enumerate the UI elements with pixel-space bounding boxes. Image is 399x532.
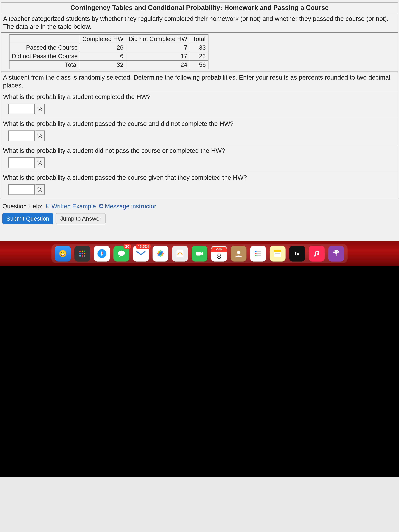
cell: 56 (190, 60, 208, 69)
messages-badge: 20 (123, 244, 131, 249)
table-header-blank (9, 35, 80, 43)
submit-question-button[interactable]: Submit Question (2, 213, 53, 224)
question-intro: A teacher categorized students by whethe… (1, 13, 398, 33)
reminders-icon[interactable] (250, 246, 266, 261)
svg-rect-35 (274, 250, 281, 252)
contingency-table: Completed HW Did not Complete HW Total P… (9, 34, 209, 69)
cell: 17 (126, 52, 190, 60)
cell: 7 (126, 43, 190, 52)
question-help-row: Question Help: Written Example Message i… (0, 200, 399, 212)
appletv-icon[interactable]: tv (289, 246, 305, 261)
question-block: What is the probability a student passed… (1, 118, 398, 145)
finder-icon[interactable]: 😀 (55, 246, 71, 261)
written-example-label: Written Example (51, 203, 96, 210)
cell: 32 (80, 60, 126, 69)
safari-icon[interactable] (94, 246, 110, 261)
svg-point-6 (82, 251, 83, 252)
question-text: What is the probability a student comple… (3, 93, 396, 100)
mail-badge: 43,324 (136, 244, 151, 249)
document-icon (45, 203, 50, 210)
answer-row: % (8, 104, 396, 114)
contacts-icon[interactable] (231, 246, 247, 261)
question-text: What is the probability a student passed… (3, 174, 396, 181)
svg-point-7 (84, 251, 86, 252)
answer-row: % (8, 157, 396, 168)
cell: 26 (80, 43, 126, 52)
button-row: Submit Question Jump to Answer (0, 212, 399, 229)
svg-rect-19 (137, 251, 146, 257)
row-label: Did not Pass the Course (9, 52, 80, 60)
svg-point-38 (336, 252, 337, 253)
svg-point-28 (255, 251, 257, 253)
svg-point-29 (255, 253, 257, 254)
svg-point-17 (118, 251, 125, 256)
freeform-icon[interactable] (172, 246, 188, 261)
music-icon[interactable] (309, 246, 325, 261)
svg-point-8 (79, 253, 81, 254)
question-title: Contingency Tables and Conditional Proba… (1, 2, 398, 13)
calendar-icon[interactable]: MAR 8 (211, 246, 227, 261)
unit-label: % (36, 104, 45, 114)
question-card: Contingency Tables and Conditional Proba… (1, 2, 398, 199)
question-text: What is the probability a student passed… (3, 120, 396, 127)
table-header-notcompleted: Did not Complete HW (126, 35, 190, 43)
facetime-icon[interactable] (192, 246, 207, 261)
answer-input[interactable] (8, 104, 35, 114)
answer-row: % (8, 131, 396, 141)
answer-input[interactable] (8, 131, 35, 141)
row-label: Passed the Course (9, 43, 80, 52)
svg-point-27 (237, 251, 240, 254)
svg-point-9 (82, 253, 83, 254)
answer-input[interactable] (8, 184, 35, 195)
calendar-day: 8 (217, 252, 221, 261)
row-label: Total (9, 60, 80, 69)
unit-label: % (36, 131, 45, 141)
svg-point-11 (79, 255, 81, 257)
answer-row: % (8, 184, 396, 195)
mail-icon[interactable]: 43,324 (133, 246, 149, 261)
offscreen-black (0, 266, 399, 477)
podcasts-icon[interactable] (328, 246, 344, 261)
table-header-completed: Completed HW (80, 35, 126, 43)
svg-point-5 (79, 251, 81, 252)
table-row: Passed the Course 26 7 33 (9, 43, 208, 52)
svg-point-10 (84, 253, 86, 254)
calendar-month: MAR (211, 247, 227, 252)
cell: 33 (190, 43, 208, 52)
question-block: What is the probability a student did no… (1, 145, 398, 172)
svg-point-13 (84, 255, 86, 257)
question-text: What is the probability a student did no… (3, 147, 396, 154)
cell: 23 (190, 52, 208, 60)
svg-point-30 (255, 255, 257, 256)
cell: 6 (80, 52, 126, 60)
launchpad-icon[interactable] (74, 246, 90, 261)
answer-input[interactable] (8, 157, 35, 168)
data-table-wrap: Completed HW Did not Complete HW Total P… (1, 33, 398, 72)
question-block: What is the probability a student passed… (1, 172, 398, 199)
question-block: What is the probability a student comple… (1, 91, 398, 118)
macos-dock-area: 😀 20 43,324 (0, 241, 399, 266)
content-area: Contingency Tables and Conditional Proba… (0, 0, 399, 266)
message-instructor-label: Message instructor (105, 203, 156, 210)
svg-rect-25 (196, 252, 201, 255)
macos-dock: 😀 20 43,324 (51, 244, 348, 263)
svg-rect-24 (177, 250, 184, 257)
written-example-link[interactable]: Written Example (45, 203, 96, 210)
table-header-total: Total (190, 35, 208, 43)
table-header-row: Completed HW Did not Complete HW Total (9, 35, 208, 43)
svg-point-12 (82, 255, 83, 257)
envelope-icon (99, 203, 104, 210)
notes-icon[interactable] (270, 246, 285, 261)
help-label: Question Help: (2, 203, 43, 210)
table-row: Did not Pass the Course 6 17 23 (9, 52, 208, 60)
cell: 24 (126, 60, 190, 69)
svg-marker-26 (201, 252, 203, 255)
photos-icon[interactable] (152, 246, 168, 261)
instructions-text: A student from the class is randomly sel… (1, 72, 398, 91)
jump-to-answer-button[interactable]: Jump to Answer (56, 213, 106, 224)
unit-label: % (36, 157, 45, 168)
tv-label: tv (295, 251, 299, 256)
message-instructor-link[interactable]: Message instructor (99, 203, 156, 210)
messages-icon[interactable]: 20 (114, 246, 129, 261)
table-row: Total 32 24 56 (9, 60, 208, 69)
